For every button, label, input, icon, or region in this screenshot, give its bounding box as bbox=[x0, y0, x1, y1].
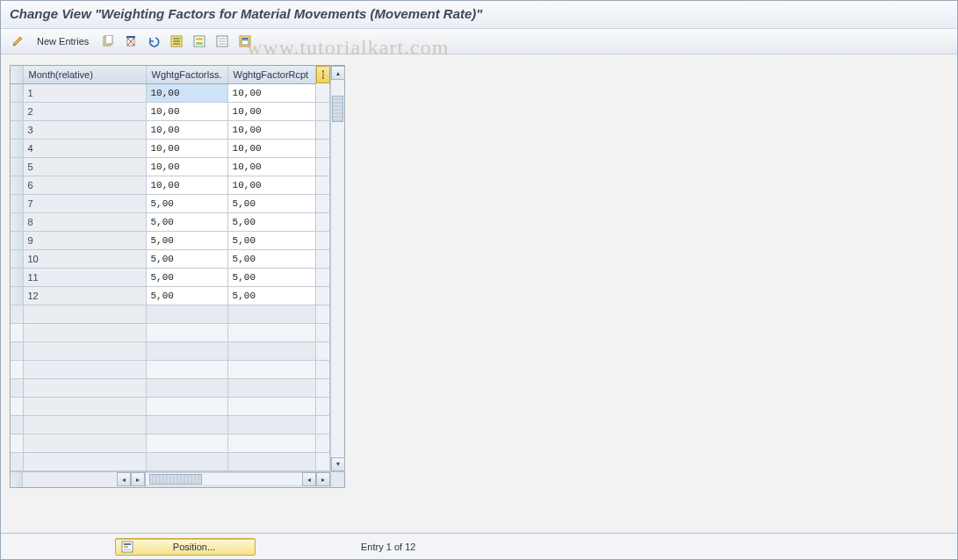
cell-rcpt[interactable]: 5,00 bbox=[227, 249, 315, 268]
column-header-rcpt[interactable]: WghtgFactorRcpt bbox=[227, 66, 315, 83]
toggle-change-icon[interactable] bbox=[8, 32, 27, 50]
table-row-empty bbox=[11, 415, 330, 434]
cell-month[interactable]: 8 bbox=[23, 212, 146, 231]
copy-icon[interactable] bbox=[98, 32, 118, 50]
row-selector[interactable] bbox=[11, 102, 23, 120]
cell-iss[interactable]: 5,00 bbox=[146, 268, 227, 286]
table-row-empty bbox=[11, 378, 330, 397]
cell-rcpt[interactable]: 5,00 bbox=[227, 231, 315, 249]
scroll-right-icon[interactable]: ▸ bbox=[316, 472, 330, 486]
table-row[interactable]: 610,0010,00 bbox=[11, 176, 330, 194]
vertical-scroll-thumb[interactable] bbox=[332, 96, 343, 122]
cell-rcpt[interactable]: 10,00 bbox=[227, 157, 315, 176]
cell-rcpt[interactable]: 10,00 bbox=[227, 102, 315, 120]
table-row[interactable]: 105,005,00 bbox=[11, 249, 330, 268]
svg-rect-8 bbox=[173, 38, 180, 39]
table-row[interactable]: 110,0010,00 bbox=[11, 83, 330, 102]
cell-month[interactable]: 10 bbox=[23, 249, 146, 268]
cell-month[interactable]: 4 bbox=[23, 139, 146, 157]
row-selector[interactable] bbox=[11, 231, 23, 249]
cell-iss[interactable]: 10,00 bbox=[146, 120, 227, 139]
cell-rcpt[interactable]: 10,00 bbox=[227, 83, 315, 102]
row-selector-header[interactable] bbox=[11, 66, 23, 83]
horizontal-scrollbar[interactable]: ◂ ▸ bbox=[146, 472, 330, 487]
position-button[interactable]: Position... bbox=[115, 538, 256, 556]
select-block-icon[interactable] bbox=[190, 32, 209, 50]
scroll-left-icon[interactable]: ◂ bbox=[302, 472, 316, 486]
svg-rect-6 bbox=[126, 36, 135, 38]
application-toolbar: New Entries bbox=[1, 29, 957, 54]
svg-rect-23 bbox=[322, 76, 324, 79]
table-settings-icon[interactable] bbox=[316, 66, 330, 83]
vertical-scrollbar[interactable]: ▴ ▾ bbox=[330, 66, 344, 471]
cell-month[interactable]: 3 bbox=[23, 120, 146, 139]
page-title: Change View "Weighting Factors for Mater… bbox=[1, 1, 957, 29]
new-entries-button[interactable]: New Entries bbox=[31, 32, 95, 50]
cell-iss[interactable]: 10,00 bbox=[146, 157, 227, 176]
table-row[interactable]: 510,0010,00 bbox=[11, 157, 330, 176]
row-selector[interactable] bbox=[11, 157, 23, 176]
column-header-month[interactable]: Month(relative) bbox=[23, 66, 146, 83]
cell-rcpt[interactable]: 5,00 bbox=[227, 194, 315, 212]
cell-month[interactable]: 11 bbox=[23, 268, 146, 286]
cell-month[interactable]: 7 bbox=[23, 194, 146, 212]
row-selector[interactable] bbox=[11, 176, 23, 194]
fixed-scroll-right-icon[interactable]: ▸ bbox=[131, 472, 145, 486]
cell-month[interactable]: 9 bbox=[23, 231, 146, 249]
row-selector[interactable] bbox=[11, 286, 23, 305]
print-icon[interactable] bbox=[235, 32, 255, 50]
cell-iss[interactable]: 10,00 bbox=[146, 83, 227, 102]
cell-rcpt[interactable]: 10,00 bbox=[227, 176, 315, 194]
row-selector[interactable] bbox=[11, 268, 23, 286]
table-row-empty bbox=[11, 452, 330, 470]
cell-iss[interactable]: 5,00 bbox=[146, 231, 227, 249]
scroll-down-icon[interactable]: ▾ bbox=[331, 457, 345, 471]
cell-iss[interactable]: 10,00 bbox=[146, 102, 227, 120]
horizontal-scroll-thumb[interactable] bbox=[149, 474, 202, 485]
table-row[interactable]: 75,005,00 bbox=[11, 194, 330, 212]
row-selector[interactable] bbox=[11, 120, 23, 139]
column-header-iss[interactable]: WghtgFactorIss. bbox=[146, 66, 227, 83]
fixed-scroll-left-icon[interactable]: ◂ bbox=[117, 472, 131, 486]
delete-icon[interactable] bbox=[121, 32, 140, 50]
row-selector[interactable] bbox=[11, 139, 23, 157]
undo-icon[interactable] bbox=[144, 32, 163, 50]
cell-month[interactable]: 12 bbox=[23, 286, 146, 305]
cell-iss[interactable]: 5,00 bbox=[146, 286, 227, 305]
cell-iss[interactable]: 5,00 bbox=[146, 212, 227, 231]
cell-month[interactable]: 5 bbox=[23, 157, 146, 176]
row-selector[interactable] bbox=[11, 194, 23, 212]
cell-iss[interactable]: 5,00 bbox=[146, 249, 227, 268]
cell-iss[interactable]: 5,00 bbox=[146, 194, 227, 212]
table-row[interactable]: 125,005,00 bbox=[11, 286, 330, 305]
table-row-empty bbox=[11, 397, 330, 415]
table-row[interactable]: 115,005,00 bbox=[11, 268, 330, 286]
cell-month[interactable]: 2 bbox=[23, 102, 146, 120]
cell-rcpt[interactable]: 5,00 bbox=[227, 286, 315, 305]
cell-rcpt[interactable]: 5,00 bbox=[227, 268, 315, 286]
cell-rcpt[interactable]: 10,00 bbox=[227, 139, 315, 157]
table-row-empty bbox=[11, 341, 330, 360]
cell-rcpt[interactable]: 5,00 bbox=[227, 212, 315, 231]
cell-iss[interactable]: 10,00 bbox=[146, 139, 227, 157]
table-row[interactable]: 85,005,00 bbox=[11, 212, 330, 231]
row-selector[interactable] bbox=[11, 212, 23, 231]
cell-month[interactable]: 6 bbox=[23, 176, 146, 194]
select-all-icon[interactable] bbox=[167, 32, 186, 50]
cell-iss[interactable]: 10,00 bbox=[146, 176, 227, 194]
svg-rect-21 bbox=[322, 70, 324, 73]
table-row[interactable]: 310,0010,00 bbox=[11, 120, 330, 139]
cell-rcpt[interactable]: 10,00 bbox=[227, 120, 315, 139]
table-row[interactable]: 95,005,00 bbox=[11, 231, 330, 249]
table-row[interactable]: 410,0010,00 bbox=[11, 139, 330, 157]
svg-rect-20 bbox=[241, 38, 249, 39]
scroll-up-icon[interactable]: ▴ bbox=[331, 66, 345, 80]
deselect-all-icon[interactable] bbox=[212, 32, 232, 50]
row-selector[interactable] bbox=[11, 249, 23, 268]
row-selector[interactable] bbox=[11, 83, 23, 102]
entry-count-text: Entry 1 of 12 bbox=[361, 542, 415, 552]
data-grid: Month(relative) WghtgFactorIss. WghtgFac… bbox=[10, 65, 345, 488]
table-row[interactable]: 210,0010,00 bbox=[11, 102, 330, 120]
svg-rect-27 bbox=[124, 549, 131, 550]
cell-month[interactable]: 1 bbox=[23, 83, 146, 102]
